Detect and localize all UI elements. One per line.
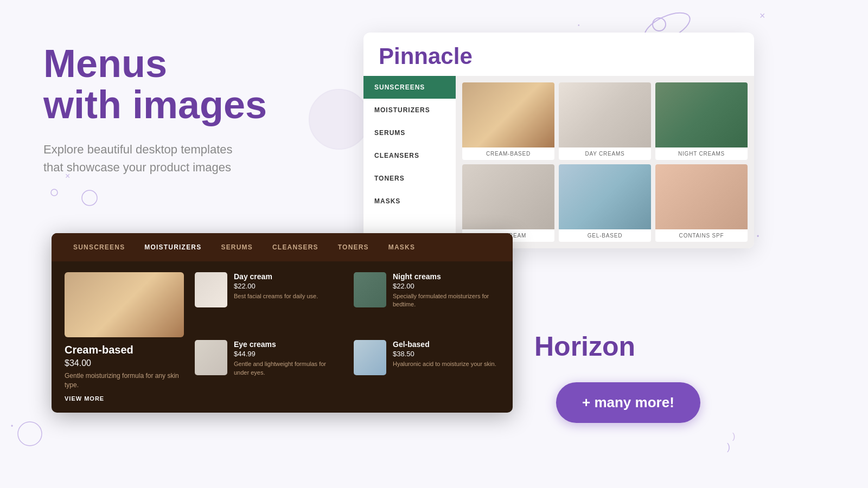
horizon-night-cream-image [354,272,386,307]
svg-point-7 [51,189,58,196]
horizon-day-cream-image [195,272,227,307]
svg-text:•: • [757,233,759,240]
pinnacle-grid-item-contains-spf[interactable]: CONTAINS SPF [655,164,748,242]
horizon-featured-product: Cream-based $34.00 Gentle moisturizing f… [65,272,184,402]
horizon-dark-card: SUNSCREENS MOISTURIZERS SERUMS CLEANSERS… [52,233,513,413]
horizon-day-cream-price: $22.00 [234,282,318,290]
pinnacle-nav-sunscreens[interactable]: SUNSCREENS [363,76,456,99]
horizon-gel-based-info: Gel-based $38.50 Hyaluronic acid to mois… [393,340,496,368]
horizon-eye-cream-info: Eye creams $44.99 Gentle and lightweight… [234,340,341,377]
pinnacle-product-grid: CREAM-BASED DAY CREAMS NIGHT CREAMS EYE … [456,76,754,248]
horizon-nav-masks[interactable]: MASKS [388,241,415,253]
pinnacle-night-creams-label: NIGHT CREAMS [655,147,748,160]
horizon-featured-image [65,272,184,337]
hero-subtitle: Explore beautiful desktop templates that… [43,140,347,176]
horizon-night-cream-name: Night creams [393,272,500,281]
pinnacle-gel-based-image [559,164,651,229]
horizon-eye-cream-name: Eye creams [234,340,341,349]
horizon-day-cream-info: Day cream $22.00 Best facial creams for … [234,272,318,300]
horizon-body: Cream-based $34.00 Gentle moisturizing f… [52,261,513,413]
horizon-eye-cream-image [195,340,227,375]
horizon-nav-cleansers[interactable]: CLEANSERS [272,241,318,253]
horizon-nav-serums[interactable]: SERUMS [221,241,253,253]
svg-text:•: • [11,422,13,430]
pinnacle-grid-item-eye-cream[interactable]: EYE CREAM [462,164,554,242]
horizon-featured-name: Cream-based [65,344,184,356]
horizon-gel-based-name: Gel-based [393,340,496,349]
horizon-eye-cream-price: $44.99 [234,350,341,358]
pinnacle-day-creams-label: DAY CREAMS [559,147,651,160]
pinnacle-nav-serums[interactable]: SERUMS [363,121,456,144]
pinnacle-grid-item-cream-based[interactable]: CREAM-BASED [462,82,554,160]
pinnacle-nav-masks[interactable]: MASKS [363,190,456,213]
horizon-eye-cream-description: Gentle and lightweight formulas for unde… [234,360,341,377]
horizon-day-cream-description: Best facial creams for daily use. [234,292,318,300]
horizon-nav-sunscreens[interactable]: SUNSCREENS [73,241,125,253]
horizon-night-cream-price: $22.00 [393,282,500,290]
horizon-night-cream-info: Night creams $22.00 Specially formulated… [393,272,500,309]
horizon-day-cream-name: Day cream [234,272,318,281]
hero-title: Menus with images [43,43,347,125]
pinnacle-grid-item-day-creams[interactable]: DAY CREAMS [559,82,651,160]
pinnacle-nav-moisturizers[interactable]: MOISTURIZERS [363,99,456,121]
horizon-featured-description: Gentle moisturizing formula for any skin… [65,371,184,390]
horizon-featured-price: $34.00 [65,358,184,368]
horizon-product-gel-based[interactable]: Gel-based $38.50 Hyaluronic acid to mois… [354,340,500,401]
horizon-product-eye-creams[interactable]: Eye creams $44.99 Gentle and lightweight… [195,340,341,401]
svg-text:): ) [732,432,735,441]
pinnacle-cream-based-image [462,82,554,147]
horizon-products-grid: Day cream $22.00 Best facial creams for … [195,272,500,402]
horizon-product-night-creams[interactable]: Night creams $22.00 Specially formulated… [354,272,500,333]
pinnacle-day-creams-image [559,82,651,147]
horizon-gel-based-description: Hyaluronic acid to moisturize your skin. [393,360,496,368]
pinnacle-content: SUNSCREENS MOISTURIZERS SERUMS CLEANSERS… [363,76,754,248]
horizon-nav: SUNSCREENS MOISTURIZERS SERUMS CLEANSERS… [52,233,513,261]
horizon-view-more-link[interactable]: VIEW MORE [65,395,184,402]
svg-text:): ) [727,441,730,452]
horizon-gel-based-image [354,340,386,375]
pinnacle-eye-cream-image [462,164,554,229]
svg-point-8 [82,190,97,206]
pinnacle-grid-item-night-creams[interactable]: NIGHT CREAMS [655,82,748,160]
horizon-nav-moisturizers[interactable]: MOISTURIZERS [144,241,201,253]
pinnacle-night-creams-image [655,82,748,147]
svg-point-9 [18,422,42,446]
pinnacle-grid-item-gel-based[interactable]: GEL-BASED [559,164,651,242]
pinnacle-contains-spf-label: CONTAINS SPF [655,229,748,242]
pinnacle-sidebar: SUNSCREENS MOISTURIZERS SERUMS CLEANSERS… [363,76,456,248]
pinnacle-nav-cleansers[interactable]: CLEANSERS [363,144,456,167]
pinnacle-title: Pinnacle [363,33,754,76]
pinnacle-gel-based-label: GEL-BASED [559,229,651,242]
horizon-product-day-cream[interactable]: Day cream $22.00 Best facial creams for … [195,272,341,333]
horizon-gel-based-price: $38.50 [393,350,496,358]
svg-point-1 [653,18,666,31]
pinnacle-contains-spf-image [655,164,748,229]
horizon-nav-toners[interactable]: TONERS [338,241,369,253]
horizon-label: Horizon [534,331,635,362]
horizon-night-cream-description: Specially formulated moisturizers for be… [393,292,500,309]
many-more-button[interactable]: + many more! [556,382,700,423]
pinnacle-cream-based-label: CREAM-BASED [462,147,554,160]
svg-text:×: × [760,10,765,21]
pinnacle-card: Pinnacle SUNSCREENS MOISTURIZERS SERUMS … [363,33,754,248]
hero-section: Menus with images Explore beautiful desk… [43,43,347,176]
pinnacle-nav-toners[interactable]: TONERS [363,167,456,190]
svg-text:•: • [578,22,580,28]
